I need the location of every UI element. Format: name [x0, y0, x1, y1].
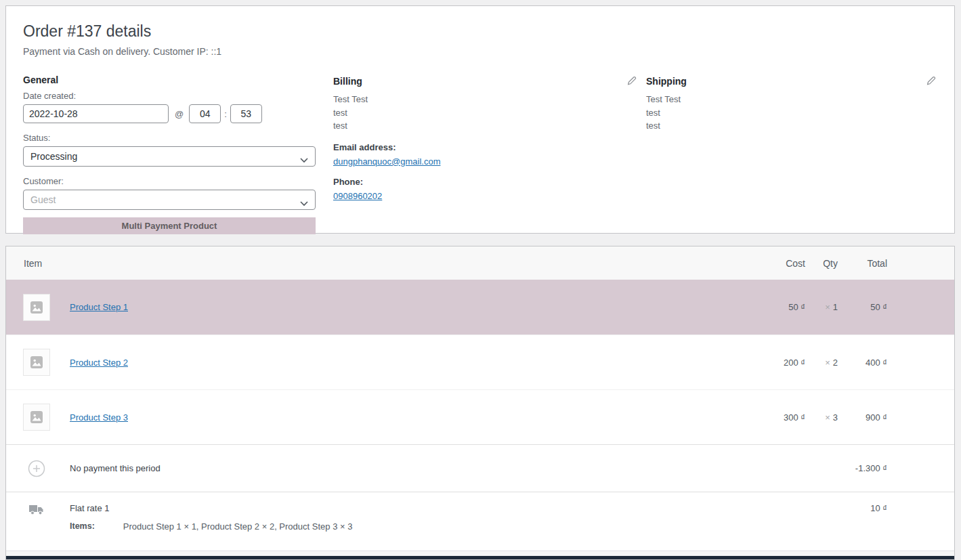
- shipping-name: Test Test: [646, 93, 937, 106]
- general-heading: General: [23, 74, 58, 85]
- times-symbol: ×: [825, 412, 830, 423]
- shipping-items-label: Items:: [70, 521, 95, 532]
- email-link[interactable]: dungphanquoc@gmail.com: [333, 156, 440, 167]
- column-header-qty: Qty: [805, 258, 838, 269]
- product-thumbnail: [23, 349, 50, 376]
- general-section: General Date created: @ : Status: Proces…: [23, 68, 316, 234]
- phone-link[interactable]: 0908960202: [333, 191, 382, 201]
- phone-label: Phone:: [333, 177, 638, 187]
- item-qty: 3: [833, 412, 838, 423]
- table-row: Product Step 3 300 ₫ ×3 900 ₫: [6, 389, 954, 444]
- billing-section: Billing Test Test test test Email addres…: [333, 68, 638, 234]
- time-separator: :: [224, 109, 227, 119]
- column-header-cost: Cost: [744, 258, 805, 269]
- payment-subtitle: Payment via Cash on delivery. Customer I…: [23, 46, 937, 57]
- pencil-icon: [926, 78, 936, 88]
- status-label: Status:: [23, 133, 316, 143]
- billing-name: Test Test: [333, 93, 638, 106]
- item-total: 900 ₫: [838, 412, 887, 423]
- image-placeholder-icon: [30, 410, 43, 424]
- bottom-edge-bar: [6, 556, 954, 559]
- table-row: Product Step 2 200 ₫ ×2 400 ₫: [6, 335, 954, 389]
- shipping-heading: Shipping: [646, 76, 687, 87]
- shipping-items-value: Product Step 1 × 1, Product Step 2 × 2, …: [123, 521, 353, 532]
- item-qty: 2: [833, 358, 838, 368]
- table-footer-strip: [6, 551, 954, 556]
- image-placeholder-icon: [30, 301, 43, 314]
- billing-heading: Billing: [333, 76, 362, 87]
- column-header-total: Total: [838, 258, 887, 269]
- shipping-address-line: test: [646, 119, 937, 133]
- date-created-label: Date created:: [23, 91, 316, 101]
- times-symbol: ×: [825, 302, 830, 312]
- page-title: Order #137 details: [23, 22, 937, 41]
- circle-plus-icon: [23, 460, 50, 477]
- items-table-header: Item Cost Qty Total: [6, 246, 954, 280]
- fee-total: -1.300 ₫: [838, 463, 887, 473]
- product-link[interactable]: Product Step 3: [70, 412, 128, 423]
- fee-row: No payment this period -1.300 ₫: [6, 445, 954, 492]
- shipping-section: Shipping Test Test test test: [646, 68, 937, 234]
- item-cost: 200 ₫: [744, 358, 805, 368]
- edit-billing-button[interactable]: [625, 74, 638, 87]
- customer-select[interactable]: Guest: [23, 190, 316, 210]
- billing-address-line: test: [333, 119, 638, 133]
- order-items-card: Item Cost Qty Total Product Step 1 50 ₫ …: [5, 246, 955, 560]
- product-thumbnail: [23, 404, 50, 431]
- customer-label: Customer:: [23, 176, 316, 186]
- date-created-input[interactable]: [23, 104, 169, 123]
- chevron-down-icon: [300, 154, 308, 166]
- status-select[interactable]: Processing: [23, 146, 316, 167]
- customer-placeholder: Guest: [30, 194, 56, 205]
- column-header-item: Item: [6, 258, 744, 269]
- hour-input[interactable]: [189, 104, 221, 123]
- status-selected-value: Processing: [30, 151, 77, 162]
- edit-shipping-button[interactable]: [924, 74, 937, 87]
- shipping-line-row: Flat rate 1 Items: Product Step 1 × 1, P…: [6, 492, 954, 551]
- fee-name: No payment this period: [70, 463, 161, 473]
- shipping-total: 10 ₫: [838, 503, 887, 513]
- product-link[interactable]: Product Step 1: [70, 302, 128, 312]
- order-details-card: Order #137 details Payment via Cash on d…: [5, 5, 955, 234]
- email-address-label: Email address:: [333, 142, 638, 152]
- product-thumbnail: [23, 294, 50, 321]
- item-qty: 1: [833, 302, 838, 312]
- shipping-method-name: Flat rate 1: [70, 503, 352, 513]
- table-row: Product Step 1 50 ₫ ×1 50 ₫: [6, 280, 954, 335]
- billing-address-line: test: [333, 106, 638, 120]
- chevron-down-icon: [300, 197, 308, 209]
- shipping-address-line: test: [646, 106, 937, 120]
- minute-input[interactable]: [230, 104, 262, 123]
- image-placeholder-icon: [30, 356, 43, 369]
- item-cost: 300 ₫: [744, 412, 805, 423]
- item-cost: 50 ₫: [744, 302, 805, 312]
- product-link[interactable]: Product Step 2: [70, 358, 128, 368]
- at-symbol: @: [175, 109, 184, 119]
- pencil-icon: [626, 78, 637, 88]
- multi-payment-product-button[interactable]: Multi Payment Product: [23, 217, 316, 234]
- item-total: 50 ₫: [838, 302, 887, 312]
- item-total: 400 ₫: [838, 358, 887, 368]
- truck-icon: [23, 503, 50, 517]
- times-symbol: ×: [825, 358, 830, 368]
